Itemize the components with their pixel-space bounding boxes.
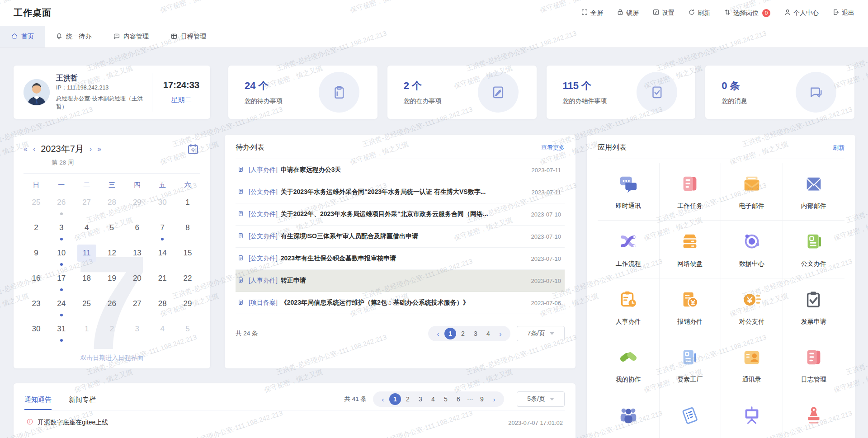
tab-统一待办[interactable]: 统一待办 bbox=[45, 26, 102, 47]
page-button-2[interactable]: 2 bbox=[402, 393, 414, 405]
calendar-day-1[interactable]: 1 bbox=[175, 194, 200, 219]
next-month-button[interactable]: › bbox=[90, 146, 92, 153]
calendar-day-18[interactable]: 18 bbox=[74, 270, 99, 295]
prev-page-button[interactable]: ‹ bbox=[433, 330, 443, 338]
stat-card-您的待办事项[interactable]: 24 个您的待办事项 bbox=[228, 66, 377, 119]
header-action-refresh[interactable]: 刷新 bbox=[688, 9, 710, 17]
calendar-day-12[interactable]: 12 bbox=[99, 245, 125, 270]
page-button-2[interactable]: 2 bbox=[457, 328, 469, 339]
app-发票申请[interactable]: 发票申请 bbox=[783, 278, 845, 336]
calendar-day-30[interactable]: 30 bbox=[24, 320, 49, 346]
app-网络硬盘[interactable]: 网络硬盘 bbox=[660, 221, 722, 278]
app-日志管理[interactable]: 日志管理 bbox=[783, 336, 845, 394]
prev-year-button[interactable]: « bbox=[24, 146, 28, 153]
app-公文办件[interactable]: 公文办件 bbox=[783, 221, 845, 278]
calendar-day-4[interactable]: 4 bbox=[74, 219, 99, 245]
header-action-switch-post[interactable]: 选择岗位0 bbox=[724, 9, 770, 17]
app-board[interactable] bbox=[721, 394, 783, 438]
calendar-day-14[interactable]: 14 bbox=[150, 245, 175, 270]
page-button-5[interactable]: 5 bbox=[440, 393, 452, 405]
todo-item[interactable]: [公文办件]关于2023年水务运维外采合同“2023年水务局统一认证 有生博大V… bbox=[236, 181, 565, 203]
app-电子邮件[interactable]: 电子邮件 bbox=[721, 163, 783, 221]
calendar-day-25[interactable]: 25 bbox=[24, 194, 49, 219]
todo-item[interactable]: [公文办件]2023年有生社保公积金基数申报审核申请2023-07-10 bbox=[236, 248, 565, 270]
calendar-day-2[interactable]: 2 bbox=[24, 219, 49, 245]
calendar-day-16[interactable]: 16 bbox=[24, 270, 49, 295]
page-button-6[interactable]: 6 bbox=[453, 393, 464, 405]
calendar-day-4[interactable]: 4 bbox=[150, 320, 175, 346]
header-action-logout[interactable]: 退出 bbox=[832, 9, 854, 17]
calendar-day-20[interactable]: 20 bbox=[124, 270, 150, 295]
app-receipt[interactable] bbox=[660, 394, 722, 438]
calendar-day-26[interactable]: 26 bbox=[49, 194, 74, 219]
calendar-day-10[interactable]: 10 bbox=[49, 245, 74, 270]
app-工作任务[interactable]: 工作任务 bbox=[660, 163, 722, 221]
todo-item[interactable]: [人事办件]转正申请2023-07-10 bbox=[236, 270, 565, 292]
app-报销办件[interactable]: 报销办件 bbox=[660, 278, 722, 336]
calendar-day-26[interactable]: 26 bbox=[99, 295, 125, 320]
calendar-day-15[interactable]: 15 bbox=[175, 245, 200, 270]
notice-tab-新闻专栏[interactable]: 新闻专栏 bbox=[69, 396, 96, 410]
next-page-button[interactable]: › bbox=[489, 396, 500, 403]
app-即时通讯[interactable]: 即时通讯 bbox=[598, 163, 660, 221]
next-year-button[interactable]: » bbox=[97, 146, 101, 153]
calendar-day-24[interactable]: 24 bbox=[49, 295, 74, 320]
header-action-user[interactable]: 个人中心 bbox=[784, 9, 819, 17]
calendar-day-22[interactable]: 22 bbox=[175, 270, 200, 295]
page-button-3[interactable]: 3 bbox=[415, 393, 426, 405]
calendar-day-13[interactable]: 13 bbox=[124, 245, 150, 270]
calendar-day-28[interactable]: 28 bbox=[99, 194, 125, 219]
stat-card-您的消息[interactable]: 0 条您的消息 bbox=[705, 66, 854, 119]
header-action-lock[interactable]: 锁屏 bbox=[617, 9, 639, 17]
tab-内容管理[interactable]: 内容管理 bbox=[102, 26, 160, 47]
app-要素工厂[interactable]: 要素工厂 bbox=[660, 336, 722, 394]
refresh-link[interactable]: 刷新 bbox=[833, 144, 844, 152]
calendar-day-5[interactable]: 5 bbox=[175, 320, 200, 346]
calendar-day-29[interactable]: 29 bbox=[124, 194, 150, 219]
calendar-day-1[interactable]: 1 bbox=[74, 320, 99, 346]
app-通讯录[interactable]: 通讯录 bbox=[721, 336, 783, 394]
calendar-day-28[interactable]: 28 bbox=[150, 295, 175, 320]
next-page-button[interactable]: › bbox=[495, 330, 506, 338]
today-icon[interactable]: 今 bbox=[187, 143, 199, 155]
tab-日程管理[interactable]: 日程管理 bbox=[160, 26, 217, 47]
prev-month-button[interactable]: ‹ bbox=[33, 146, 35, 153]
page-button-1[interactable]: 1 bbox=[444, 328, 456, 339]
calendar-day-19[interactable]: 19 bbox=[99, 270, 125, 295]
page-button-9[interactable]: 9 bbox=[476, 393, 488, 405]
todo-item[interactable]: [人事办件]申请在家远程办公3天2023-07-11 bbox=[236, 159, 565, 181]
calendar-day-17[interactable]: 17 bbox=[49, 270, 74, 295]
app-对公支付[interactable]: 对公支付 bbox=[721, 278, 783, 336]
app-数据中心[interactable]: 数据中心 bbox=[721, 221, 783, 278]
todo-item[interactable]: [公文办件]有生深境ISO三体系年审人员配合及牌匾借出申请2023-07-10 bbox=[236, 226, 565, 248]
prev-page-button[interactable]: ‹ bbox=[377, 396, 388, 403]
header-action-fullscreen[interactable]: 全屏 bbox=[581, 9, 603, 17]
calendar-day-29[interactable]: 29 bbox=[175, 295, 200, 320]
stat-card-您的办结件事项[interactable]: 115 个您的办结件事项 bbox=[547, 66, 696, 119]
page-button-4[interactable]: 4 bbox=[427, 393, 439, 405]
calendar-day-27[interactable]: 27 bbox=[124, 295, 150, 320]
calendar-day-3[interactable]: 3 bbox=[124, 320, 150, 346]
page-button-1[interactable]: 1 bbox=[389, 393, 401, 405]
app-内部邮件[interactable]: 内部邮件 bbox=[783, 163, 845, 221]
calendar-day-21[interactable]: 21 bbox=[150, 270, 175, 295]
notice-page-size-select[interactable]: 5条/页 bbox=[517, 391, 565, 407]
avatar[interactable] bbox=[24, 79, 50, 105]
header-action-settings[interactable]: 设置 bbox=[652, 9, 675, 17]
todo-item[interactable]: [公文办件]关于2022年、2023年水务局运维项目外采“北京市政务云服务合同（… bbox=[236, 203, 565, 226]
app-我的协作[interactable]: 我的协作 bbox=[598, 336, 660, 394]
todo-item[interactable]: [项目备案]《2023年局信息系统运行维护（第2包：基础办公系统技术服务）》20… bbox=[236, 292, 565, 314]
calendar-day-5[interactable]: 5 bbox=[99, 219, 125, 245]
app-stamp[interactable] bbox=[783, 394, 845, 438]
todo-page-size-select[interactable]: 7条/页 bbox=[517, 326, 565, 341]
calendar-day-31[interactable]: 31 bbox=[49, 320, 74, 346]
stat-card-您的在办事项[interactable]: 2 个您的在办事项 bbox=[387, 66, 537, 119]
calendar-day-23[interactable]: 23 bbox=[24, 295, 49, 320]
calendar-day-30[interactable]: 30 bbox=[150, 194, 175, 219]
notice-tab-通知通告[interactable]: 通知通告 bbox=[24, 396, 52, 410]
app-people-group[interactable] bbox=[598, 394, 660, 438]
calendar-day-2[interactable]: 2 bbox=[99, 320, 125, 346]
calendar-day-6[interactable]: 6 bbox=[124, 219, 150, 245]
tab-首页[interactable]: 首页 bbox=[0, 26, 45, 47]
view-more-link[interactable]: 查看更多 bbox=[541, 144, 565, 152]
